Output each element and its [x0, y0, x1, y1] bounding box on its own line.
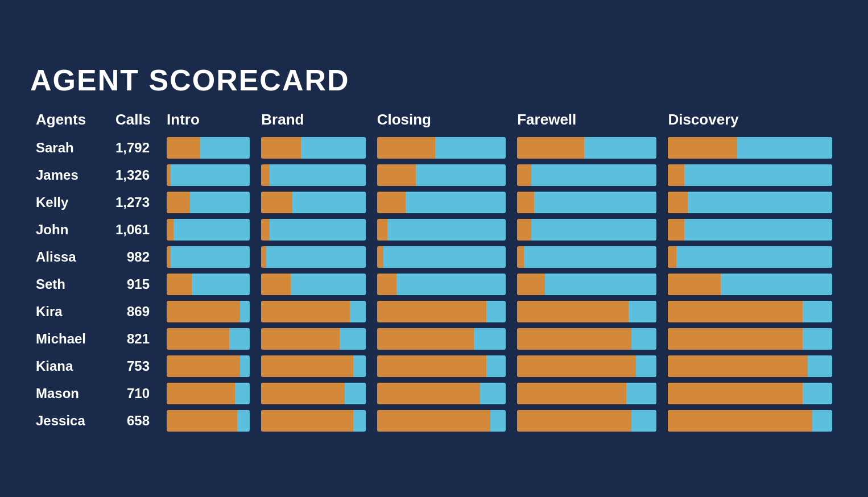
bar-farewell [517, 164, 656, 186]
bar-blue-intro [240, 301, 250, 322]
bar-farewell [517, 219, 656, 241]
bar-blue-farewell [631, 328, 656, 350]
col-header-discovery: Discovery [662, 107, 838, 134]
bar-blue-farewell [636, 355, 657, 377]
bar-intro [167, 137, 250, 159]
bar-blue-closing [480, 383, 506, 404]
bar-orange-discovery [668, 246, 676, 268]
bar-cell-farewell [511, 380, 662, 407]
bar-cell-discovery [662, 271, 838, 298]
bar-cell-closing [371, 243, 512, 271]
bar-intro [167, 355, 250, 377]
bar-farewell [517, 137, 656, 159]
agent-name: Seth [30, 271, 110, 298]
bar-cell-closing [371, 216, 512, 243]
bar-farewell [517, 410, 656, 432]
bar-blue-brand [291, 274, 366, 295]
bar-cell-discovery [662, 325, 838, 353]
bar-blue-intro [171, 246, 250, 268]
agent-name: Michael [30, 325, 110, 353]
bar-orange-farewell [517, 192, 534, 213]
bar-orange-farewell [517, 383, 626, 404]
bar-cell-farewell [511, 271, 662, 298]
table-row: Sarah1,792 [30, 134, 838, 161]
bar-blue-brand [270, 164, 366, 186]
bar-orange-discovery [668, 274, 720, 295]
bar-cell-farewell [511, 216, 662, 243]
bar-orange-intro [167, 301, 240, 322]
bar-blue-discovery [676, 246, 832, 268]
table-row: Alissa982 [30, 243, 838, 271]
agent-calls: 915 [110, 271, 161, 298]
bar-orange-intro [167, 274, 192, 295]
bar-cell-brand [255, 325, 371, 353]
bar-cell-closing [371, 298, 512, 325]
scorecard-table: Agents Calls Intro Brand Closing Farewel… [30, 107, 838, 434]
col-header-intro: Intro [161, 107, 255, 134]
bar-cell-farewell [511, 325, 662, 353]
bar-cell-brand [255, 271, 371, 298]
bar-brand [261, 192, 365, 213]
bar-discovery [668, 246, 832, 268]
bar-blue-farewell [629, 301, 656, 322]
bar-cell-closing [371, 380, 512, 407]
table-row: Michael821 [30, 325, 838, 353]
bar-orange-closing [377, 219, 387, 241]
bar-cell-closing [371, 271, 512, 298]
bar-blue-intro [190, 192, 250, 213]
bar-discovery [668, 274, 832, 295]
bar-orange-discovery [668, 301, 803, 322]
bar-cell-farewell [511, 353, 662, 380]
col-header-farewell: Farewell [511, 107, 662, 134]
bar-blue-intro [171, 164, 250, 186]
agent-name: Kira [30, 298, 110, 325]
bar-closing [377, 164, 506, 186]
bar-orange-discovery [668, 137, 737, 159]
bar-blue-brand [345, 383, 366, 404]
agent-calls: 1,792 [110, 134, 161, 161]
bar-closing [377, 328, 506, 350]
bar-orange-closing [377, 274, 396, 295]
bar-cell-closing [371, 407, 512, 434]
bar-orange-farewell [517, 164, 531, 186]
agent-name: Jessica [30, 407, 110, 434]
bar-cell-intro [161, 325, 255, 353]
bar-brand [261, 274, 365, 295]
agent-name: Sarah [30, 134, 110, 161]
table-row: Kiana753 [30, 353, 838, 380]
table-row: Mason710 [30, 380, 838, 407]
bar-blue-intro [192, 274, 250, 295]
bar-blue-discovery [803, 383, 832, 404]
bar-orange-discovery [668, 219, 684, 241]
bar-closing [377, 355, 506, 377]
bar-cell-farewell [511, 243, 662, 271]
bar-blue-discovery [688, 192, 832, 213]
bar-cell-brand [255, 189, 371, 216]
bar-farewell [517, 246, 656, 268]
bar-brand [261, 328, 365, 350]
bar-blue-intro [229, 328, 250, 350]
table-row: Kira869 [30, 298, 838, 325]
bar-orange-farewell [517, 137, 584, 159]
bar-orange-farewell [517, 301, 629, 322]
bar-orange-farewell [517, 410, 631, 432]
bar-discovery [668, 355, 832, 377]
bar-blue-closing [406, 192, 506, 213]
bar-blue-closing [486, 355, 506, 377]
bar-farewell [517, 274, 656, 295]
bar-blue-discovery [721, 274, 832, 295]
bar-cell-brand [255, 216, 371, 243]
bar-orange-closing [377, 410, 490, 432]
bar-blue-intro [235, 383, 250, 404]
bar-closing [377, 410, 506, 432]
bar-cell-farewell [511, 298, 662, 325]
bar-orange-closing [377, 192, 406, 213]
bar-orange-brand [261, 164, 270, 186]
bar-orange-closing [377, 355, 487, 377]
bar-blue-brand [301, 137, 366, 159]
bar-farewell [517, 301, 656, 322]
bar-orange-closing [377, 383, 480, 404]
agent-calls: 982 [110, 243, 161, 271]
col-header-closing: Closing [371, 107, 512, 134]
bar-orange-farewell [517, 274, 545, 295]
